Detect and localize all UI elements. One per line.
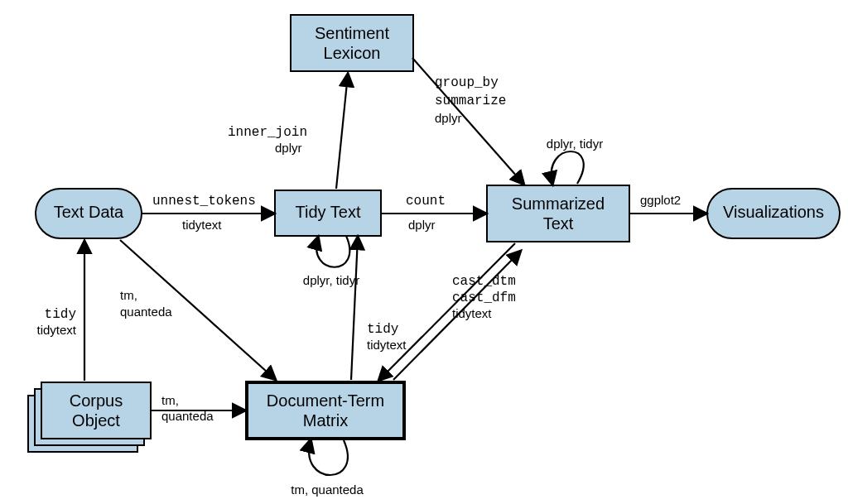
visualizations-label: Visualizations — [723, 203, 824, 221]
edge-summarized-self-pkg: dplyr, tidyr — [547, 137, 603, 151]
node-tidy-text: Tidy Text — [275, 190, 381, 236]
node-summarized-text: Summarized Text — [487, 185, 629, 242]
edge-summarized-viz-pkg: ggplot2 — [640, 193, 681, 207]
text-data-label: Text Data — [54, 203, 124, 221]
tidy-text-label: Tidy Text — [296, 203, 361, 221]
edge-dtm-tidytext-pkg: tidytext — [367, 338, 407, 352]
edge-summarized-self — [552, 151, 584, 184]
edge-dtm-tidytext-fn: tidy — [367, 322, 399, 337]
summarized-text-l2: Text — [543, 214, 574, 233]
svg-rect-2 — [291, 15, 413, 71]
edge-tidytext-sentiment-pkg: dplyr — [275, 141, 302, 155]
node-document-term-matrix: Document-Term Matrix — [247, 382, 404, 439]
edge-summarized-dtm-fn2: cast_dfm — [452, 290, 516, 305]
edge-tidytext-self — [316, 236, 349, 267]
node-corpus-object: Corpus Object — [28, 382, 151, 452]
edge-corpus-textdata-fn: tidy — [45, 307, 77, 322]
edge-dtm-self-pkg: tm, quanteda — [291, 482, 364, 497]
svg-rect-8 — [247, 382, 404, 439]
edge-corpus-dtm-pkg: quanteda — [161, 409, 214, 423]
corpus-object-l1: Corpus — [70, 391, 123, 410]
edge-sentiment-summarized-fn1: group_by — [435, 75, 499, 90]
edge-textdata-tidytext-fn: unnest_tokens — [152, 194, 256, 209]
edge-tidytext-self-pkg: dplyr, tidyr — [303, 273, 359, 287]
summarized-text-l1: Summarized — [512, 194, 605, 213]
edge-summarized-dtm-pkg: tidytext — [452, 306, 492, 320]
edge-sentiment-summarized-pkg: dplyr — [435, 111, 462, 125]
edge-tidytext-sentiment-fn: inner_join — [228, 125, 307, 140]
node-text-data: Text Data — [36, 189, 142, 238]
corpus-object-l2: Object — [72, 411, 120, 430]
edge-textdata-dtm-pkg: quanteda — [120, 305, 172, 319]
node-visualizations: Visualizations — [707, 189, 840, 238]
svg-rect-3 — [487, 185, 629, 242]
node-sentiment-lexicon: Sentiment Lexicon — [291, 15, 413, 71]
edge-summarized-dtm — [379, 243, 515, 380]
edge-corpus-textdata-pkg: tidytext — [36, 323, 76, 337]
edge-tidytext-summarized-pkg: dplyr — [408, 218, 436, 232]
edge-tidytext-summarized-fn: count — [406, 194, 446, 209]
edge-textdata-dtm-fn: tm, — [120, 288, 137, 302]
edge-corpus-dtm-fn: tm, — [161, 393, 179, 407]
edge-dtm-tidytext — [351, 238, 358, 380]
dtm-l1: Document-Term — [267, 391, 384, 410]
edge-summarized-dtm-fn1: cast_dtm — [452, 274, 516, 289]
edge-textdata-tidytext-pkg: tidytext — [182, 218, 222, 232]
edge-tidytext-sentiment — [336, 74, 348, 189]
edge-sentiment-summarized-fn2: summarize — [435, 94, 506, 108]
dtm-l2: Matrix — [303, 411, 348, 430]
edge-dtm-self — [309, 440, 348, 475]
sentiment-lexicon-l2: Lexicon — [324, 44, 381, 62]
sentiment-lexicon-l1: Sentiment — [315, 24, 389, 42]
svg-rect-7 — [41, 382, 151, 439]
